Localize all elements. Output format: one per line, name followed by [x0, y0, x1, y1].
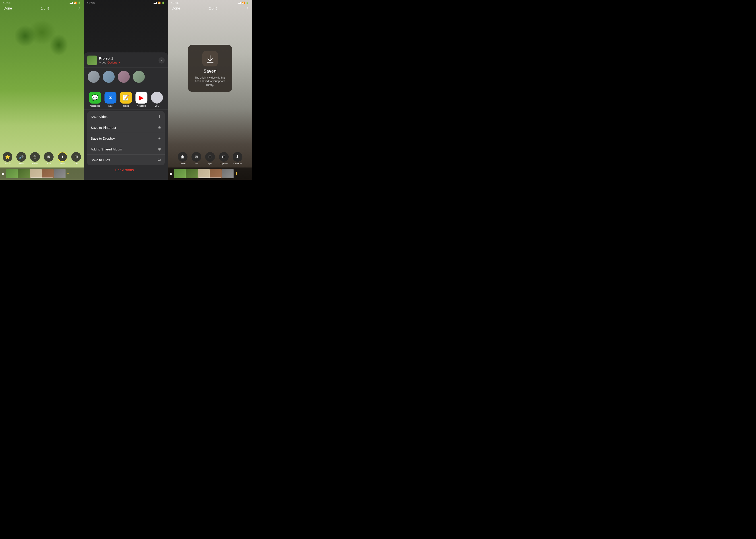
- save-files-label: Save to Files: [91, 158, 110, 162]
- saved-title: Saved: [204, 69, 216, 74]
- contact-4[interactable]: ···: [133, 71, 145, 86]
- delete-circle-right: 🗑: [178, 152, 188, 162]
- app-notes[interactable]: 📝 Notes: [118, 92, 134, 107]
- film-thumb-r3: [198, 169, 210, 178]
- nav-bar-right: Done 2 of 8 ♪: [168, 5, 252, 12]
- share-title-block: Project 1 Video Options >: [99, 56, 159, 64]
- close-button[interactable]: ×: [158, 57, 165, 63]
- trim-button-left[interactable]: ⊠ Trim: [44, 152, 53, 165]
- signal-icon-right: [237, 2, 241, 4]
- save-pinterest-label: Save to Pinterest: [91, 126, 116, 129]
- status-icons-left: 📶 🔋: [69, 2, 81, 4]
- signal-icon-middle: [153, 2, 157, 4]
- delete-button-right[interactable]: 🗑 Delete: [178, 152, 188, 165]
- contact-3[interactable]: ···: [118, 71, 130, 86]
- save-video-action[interactable]: Save Video ⬇: [87, 111, 165, 122]
- done-button-right[interactable]: Done: [172, 6, 180, 10]
- edit-actions-label: Edit Actions...: [115, 168, 137, 172]
- trim-button-right[interactable]: ⊠ Trim: [192, 152, 201, 165]
- project-title: Project 1: [99, 56, 113, 60]
- share-sheet: Project 1 Video Options > × ··· ···: [84, 52, 168, 180]
- split-button-left[interactable]: ⊞ Split: [71, 152, 81, 165]
- trim-icon-left: ⊠: [47, 154, 50, 159]
- mute-label: Mute: [19, 162, 24, 165]
- home-indicator-right: [199, 178, 221, 178]
- app-more[interactable]: ··· Cu...: [149, 92, 165, 107]
- done-button-left[interactable]: Done: [4, 6, 12, 10]
- saved-overlay: Saved The original video clip has been s…: [188, 45, 232, 92]
- more-app-icon: ···: [151, 92, 163, 104]
- film-thumb-r2: [186, 169, 198, 178]
- add-media-button[interactable]: +: [67, 171, 69, 176]
- music-icon-left: ♪: [78, 6, 80, 11]
- save-dropbox-label: Save to Dropbox: [91, 136, 116, 140]
- contact-avatar-4: [133, 71, 145, 83]
- contacts-row[interactable]: ··· ··· ··· ···: [84, 68, 168, 89]
- options-link[interactable]: Options >: [107, 61, 120, 64]
- messages-app-label: Messages: [90, 105, 100, 107]
- home-indicator-left: [31, 178, 53, 178]
- delete-icon-right: 🗑: [181, 155, 185, 159]
- film-thumb-3: [30, 169, 42, 178]
- mute-button[interactable]: 🔊 Mute: [16, 152, 26, 165]
- youtube-app-label: YouTube: [137, 105, 146, 107]
- share-label: Share: [60, 162, 65, 165]
- status-bar-middle: 15:18 📶 🔋: [84, 0, 168, 5]
- status-bar-right: 15:16 📶 🔋: [168, 0, 252, 5]
- contact-avatar-1: [88, 71, 100, 83]
- film-thumb-5: [54, 169, 65, 178]
- contact-1[interactable]: ···: [88, 71, 100, 86]
- save-clip-button[interactable]: ⬇ Save Clip: [233, 152, 242, 165]
- messages-app-icon: 💬: [89, 92, 101, 104]
- add-shared-album-action[interactable]: Add to Shared Album ⊕: [87, 144, 165, 155]
- play-button-right[interactable]: ▶: [170, 171, 173, 176]
- shared-album-icon: ⊕: [158, 147, 161, 152]
- saved-description: The original video clip has been saved t…: [193, 76, 227, 87]
- status-icons-right: 📶 🔋: [237, 2, 249, 4]
- wifi-icon-middle: 📶: [158, 2, 161, 4]
- files-icon: 🗂: [157, 158, 161, 162]
- save-dropbox-action[interactable]: Save to Dropbox ◈: [87, 133, 165, 144]
- split-icon-left: ⊞: [75, 154, 78, 159]
- split-button-right[interactable]: ⊞ Split: [205, 152, 215, 165]
- film-thumb-r1: [174, 169, 186, 178]
- effects-label: Effects: [5, 162, 11, 165]
- contact-avatar-3: [118, 71, 130, 83]
- play-button-left[interactable]: ▶: [2, 171, 5, 176]
- contact-name-2: ···: [108, 84, 110, 86]
- mute-icon: 🔊: [19, 154, 24, 159]
- split-circle-right: ⊞: [205, 152, 215, 162]
- counter-right: 2 of 8: [209, 6, 217, 10]
- project-thumbnail: [87, 55, 97, 65]
- edit-actions-button[interactable]: Edit Actions...: [84, 165, 168, 175]
- delete-icon-left: 🗑: [33, 155, 37, 159]
- app-mail[interactable]: ✉ Mail: [103, 92, 118, 107]
- delete-label-right: Delete: [180, 162, 186, 165]
- contact-2[interactable]: ···: [103, 71, 115, 86]
- battery-icon-middle: 🔋: [162, 2, 165, 4]
- delete-label-left: Delete: [32, 162, 38, 165]
- notes-app-label: Notes: [123, 105, 129, 107]
- time-middle: 15:18: [87, 1, 95, 5]
- delete-button-left[interactable]: 🗑 Delete: [30, 152, 40, 165]
- youtube-app-icon: ▶: [135, 92, 147, 104]
- share-button[interactable]: ⬆ Share: [57, 152, 67, 165]
- split-circle-left: ⊞: [71, 152, 81, 162]
- trim-icon-right: ⊠: [195, 154, 198, 159]
- save-pinterest-action[interactable]: Save to Pinterest ⊕: [87, 122, 165, 133]
- film-thumb-r5: [222, 169, 233, 178]
- share-icon: ⬆: [61, 155, 64, 159]
- add-media-button-right[interactable]: ⬆: [235, 171, 238, 176]
- save-files-action[interactable]: Save to Files 🗂: [87, 155, 165, 165]
- app-messages[interactable]: 💬 Messages: [87, 92, 103, 107]
- toolbar-left: ⭐ Effects 🔊 Mute 🗑 Delete ⊠ Trim ⬆: [0, 150, 84, 166]
- app-youtube[interactable]: ▶ YouTube: [134, 92, 149, 107]
- duplicate-icon: ⊟: [222, 154, 225, 159]
- duplicate-button[interactable]: ⊟ Duplicate: [219, 152, 229, 165]
- film-thumb-r4: [210, 169, 221, 178]
- duplicate-circle: ⊟: [219, 152, 229, 162]
- wifi-icon-right: 📶: [242, 2, 245, 4]
- contact-name-1: ···: [93, 84, 95, 86]
- effects-button[interactable]: ⭐ Effects: [3, 152, 12, 165]
- close-icon: ×: [161, 59, 162, 62]
